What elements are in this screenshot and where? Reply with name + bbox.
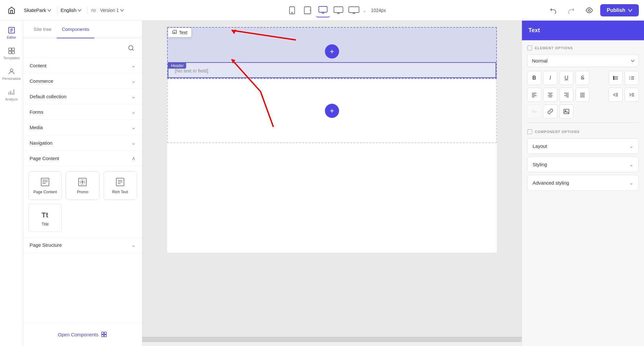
px-display: 1024px xyxy=(368,6,388,14)
component-page-content-label: Page Content xyxy=(33,190,57,194)
accordion-styling-label: Styling xyxy=(533,162,547,167)
horizontal-scrollbar-1[interactable] xyxy=(142,337,522,341)
svg-text:Tt: Tt xyxy=(42,211,48,219)
canvas-header-content[interactable]: [No text in field] xyxy=(168,63,496,77)
svg-rect-16 xyxy=(12,48,14,51)
italic-button[interactable]: I xyxy=(543,71,557,85)
redo-button[interactable] xyxy=(564,3,578,17)
component-page-content[interactable]: Page Content xyxy=(28,171,62,200)
language-dropdown[interactable]: English xyxy=(57,5,85,15)
unordered-list-button[interactable] xyxy=(609,71,623,85)
publish-button[interactable]: Publish xyxy=(600,4,639,16)
section-navigation[interactable]: Navigation ⌄ xyxy=(23,135,142,151)
sidebar-item-analyze[interactable]: Analyze xyxy=(2,85,21,104)
indent-increase-button[interactable] xyxy=(625,88,639,102)
svg-rect-35 xyxy=(104,335,107,337)
link-button[interactable] xyxy=(543,104,557,119)
section-commerce[interactable]: Commerce ⌄ xyxy=(23,73,142,89)
sidebar-item-personalize[interactable]: Personalize xyxy=(2,64,21,84)
svg-text:3.: 3. xyxy=(629,78,630,80)
header-label: Header xyxy=(168,63,186,69)
section-commerce-chevron: ⌄ xyxy=(131,78,136,84)
horizontal-scrollbar-2[interactable] xyxy=(142,341,522,346)
text-tooltip[interactable]: Text xyxy=(168,28,192,37)
svg-rect-32 xyxy=(102,332,104,334)
section-page-content-label: Page Content xyxy=(30,156,59,161)
bold-button[interactable]: B xyxy=(527,71,541,85)
section-page-structure[interactable]: Page Structure ⌄ xyxy=(23,237,142,253)
desktop-medium-device-button[interactable] xyxy=(316,3,330,17)
align-left-button[interactable] xyxy=(527,88,541,102)
tab-components[interactable]: Components xyxy=(57,21,94,38)
search-button[interactable] xyxy=(125,42,137,54)
component-rich-text[interactable]: Rich Text xyxy=(103,171,137,200)
svg-rect-4 xyxy=(319,6,327,12)
right-panel-title: Text xyxy=(522,21,644,40)
underline-button[interactable]: U xyxy=(559,71,573,85)
route-label: rte xyxy=(91,8,96,13)
component-rich-text-label: Rich Text xyxy=(112,190,128,194)
svg-rect-34 xyxy=(102,335,104,337)
svg-line-77 xyxy=(630,93,631,95)
svg-rect-82 xyxy=(564,109,569,114)
preview-button[interactable] xyxy=(582,3,596,17)
accordion-layout-chevron: ⌄ xyxy=(629,143,633,149)
formatting-row-1: B I U S 1.2.3. xyxy=(527,71,639,85)
version-dropdown[interactable]: rte Version 1 xyxy=(87,6,127,15)
tab-site-tree[interactable]: Site tree xyxy=(28,21,57,38)
right-panel-title-text: Text xyxy=(528,27,540,34)
sidebar-item-templates[interactable]: Templates xyxy=(2,44,21,63)
undo-button[interactable] xyxy=(546,3,560,17)
component-title[interactable]: Tt Title xyxy=(28,204,62,232)
analyze-nav-label: Analyze xyxy=(5,97,18,101)
home-button[interactable] xyxy=(5,4,18,17)
component-promo-label: Promo xyxy=(77,190,88,194)
accordion-styling-header[interactable]: Styling ⌄ xyxy=(527,157,639,172)
element-options-section: ELEMENT OPTIONS Normal Heading 1 Heading… xyxy=(527,45,639,125)
site-tree-tab-label: Site tree xyxy=(33,26,52,32)
indent-decrease-button[interactable] xyxy=(609,88,623,102)
section-media-chevron: ⌄ xyxy=(131,124,136,130)
align-right-button[interactable] xyxy=(559,88,573,102)
format-select[interactable]: Normal Heading 1 Heading 2 Heading 3 Hea… xyxy=(527,54,639,67)
component-promo[interactable]: Promo xyxy=(66,171,99,200)
mobile-device-button[interactable] xyxy=(285,3,299,17)
desktop-large-device-button[interactable] xyxy=(331,3,346,17)
tablet-small-device-button[interactable] xyxy=(300,3,315,17)
image-button[interactable] xyxy=(559,104,573,119)
ordered-list-button[interactable]: 1.2.3. xyxy=(625,71,639,85)
accordion-advanced-styling-header[interactable]: Advanced styling ⌄ xyxy=(527,175,639,190)
body-add-button[interactable]: + xyxy=(325,104,339,118)
sidebar-item-editor[interactable]: Editor xyxy=(2,23,21,43)
open-components-button[interactable]: Open Components xyxy=(52,328,114,341)
editor-nav-label: Editor xyxy=(7,35,16,39)
svg-point-1 xyxy=(292,12,292,13)
hero-add-button[interactable]: + xyxy=(325,44,339,59)
site-name-dropdown[interactable]: SkatePark xyxy=(21,5,54,15)
align-center-button[interactable] xyxy=(543,88,557,102)
section-page-content[interactable]: Page Content ∧ xyxy=(23,151,142,166)
hero-add-icon: + xyxy=(330,47,334,56)
clear-format-button[interactable]: Tx xyxy=(527,104,541,119)
svg-point-19 xyxy=(10,69,13,72)
align-justify-button[interactable] xyxy=(575,88,590,102)
section-media[interactable]: Media ⌄ xyxy=(23,120,142,135)
section-forms[interactable]: Forms ⌄ xyxy=(23,104,142,120)
accordion-styling-chevron: ⌄ xyxy=(629,161,633,168)
canvas-hero-section[interactable]: Text Header [No text in field] + xyxy=(167,27,497,79)
body-add-icon: + xyxy=(330,106,334,115)
wide-desktop-device-button[interactable] xyxy=(347,3,361,17)
canvas-body-section[interactable]: + xyxy=(167,79,497,143)
section-default-collection[interactable]: Default collection ⌄ xyxy=(23,89,142,104)
section-default-collection-chevron: ⌄ xyxy=(131,93,136,100)
accordion-layout-header[interactable]: Layout ⌄ xyxy=(527,139,639,154)
language-label: English xyxy=(61,7,76,13)
canvas-header-block[interactable]: Header [No text in field] xyxy=(168,62,496,78)
strikethrough-button[interactable]: S xyxy=(575,71,590,85)
section-forms-chevron: ⌄ xyxy=(131,109,136,115)
top-header: SkatePark English rte Version 1 xyxy=(0,0,644,21)
panel-tabs: Site tree Components xyxy=(23,21,142,38)
section-default-collection-label: Default collection xyxy=(30,94,66,99)
section-content[interactable]: Content ⌄ xyxy=(23,58,142,73)
section-forms-label: Forms xyxy=(30,109,43,115)
